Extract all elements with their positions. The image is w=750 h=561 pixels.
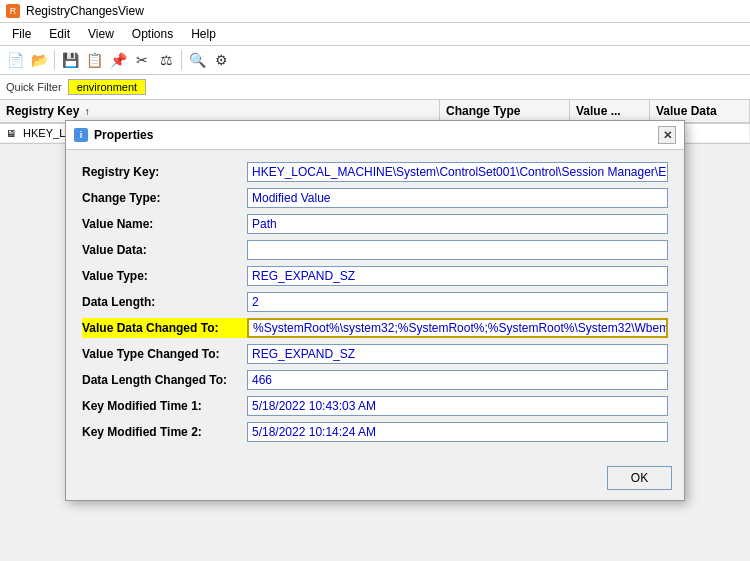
dialog-close-btn[interactable]: ✕	[658, 126, 676, 144]
prop-value-value-type[interactable]: REG_EXPAND_SZ	[247, 266, 668, 286]
prop-label-value-data-changed: Value Data Changed To:	[82, 321, 247, 335]
prop-value-value-name[interactable]: Path	[247, 214, 668, 234]
prop-value-modified-time-2[interactable]: 5/18/2022 10:14:24 AM	[247, 422, 668, 442]
prop-row-registry-key: Registry Key: HKEY_LOCAL_MACHINE\System\…	[82, 162, 668, 182]
dialog-footer: OK	[66, 460, 684, 500]
prop-row-data-length: Data Length: 2	[82, 292, 668, 312]
dialog-title-bar: i Properties ✕	[66, 121, 684, 150]
prop-label-data-length-changed: Data Length Changed To:	[82, 373, 247, 387]
prop-value-value-data[interactable]	[247, 240, 668, 260]
dialog-overlay: i Properties ✕ Registry Key: HKEY_LOCAL_…	[0, 0, 750, 561]
dialog-icon: i	[74, 128, 88, 142]
prop-row-value-data: Value Data:	[82, 240, 668, 260]
prop-label-modified-time-2: Key Modified Time 2:	[82, 425, 247, 439]
prop-value-data-length-changed[interactable]: 466	[247, 370, 668, 390]
dialog-title-left: i Properties	[74, 128, 153, 142]
prop-label-registry-key: Registry Key:	[82, 165, 247, 179]
prop-value-data-length[interactable]: 2	[247, 292, 668, 312]
prop-label-value-data: Value Data:	[82, 243, 247, 257]
dialog-body: Registry Key: HKEY_LOCAL_MACHINE\System\…	[66, 150, 684, 460]
prop-value-change-type[interactable]: Modified Value	[247, 188, 668, 208]
prop-label-modified-time-1: Key Modified Time 1:	[82, 399, 247, 413]
prop-value-value-type-changed[interactable]: REG_EXPAND_SZ	[247, 344, 668, 364]
properties-dialog: i Properties ✕ Registry Key: HKEY_LOCAL_…	[65, 120, 685, 501]
prop-value-modified-time-1[interactable]: 5/18/2022 10:43:03 AM	[247, 396, 668, 416]
prop-value-registry-key[interactable]: HKEY_LOCAL_MACHINE\System\ControlSet001\…	[247, 162, 668, 182]
ok-button[interactable]: OK	[607, 466, 672, 490]
prop-row-value-name: Value Name: Path	[82, 214, 668, 234]
prop-row-value-data-changed: Value Data Changed To: %SystemRoot%\syst…	[82, 318, 668, 338]
prop-row-data-length-changed: Data Length Changed To: 466	[82, 370, 668, 390]
prop-row-value-type-changed: Value Type Changed To: REG_EXPAND_SZ	[82, 344, 668, 364]
prop-label-change-type: Change Type:	[82, 191, 247, 205]
prop-label-value-type-changed: Value Type Changed To:	[82, 347, 247, 361]
prop-row-modified-time-2: Key Modified Time 2: 5/18/2022 10:14:24 …	[82, 422, 668, 442]
prop-value-value-data-changed[interactable]: %SystemRoot%\system32;%SystemRoot%;%Syst…	[247, 318, 668, 338]
prop-row-modified-time-1: Key Modified Time 1: 5/18/2022 10:43:03 …	[82, 396, 668, 416]
prop-label-value-type: Value Type:	[82, 269, 247, 283]
prop-row-value-type: Value Type: REG_EXPAND_SZ	[82, 266, 668, 286]
prop-row-change-type: Change Type: Modified Value	[82, 188, 668, 208]
prop-label-data-length: Data Length:	[82, 295, 247, 309]
dialog-title: Properties	[94, 128, 153, 142]
prop-label-value-name: Value Name:	[82, 217, 247, 231]
